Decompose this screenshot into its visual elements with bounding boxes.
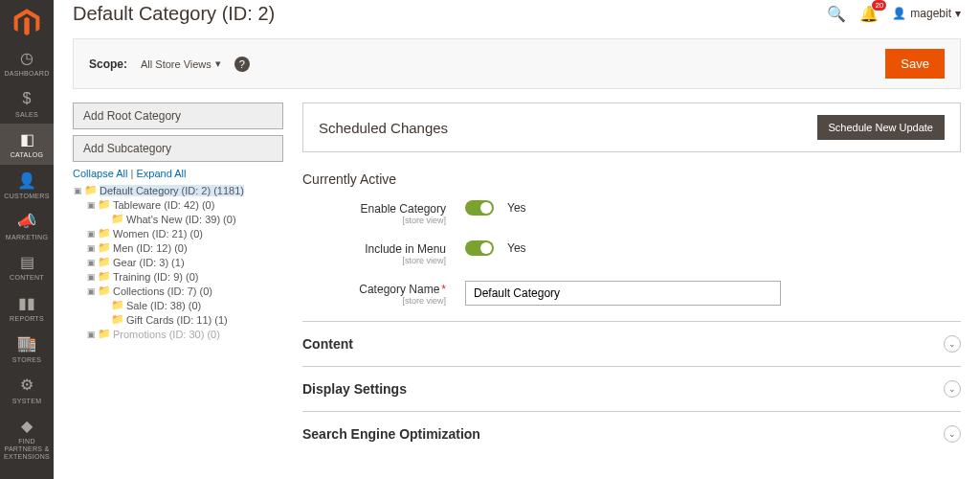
toggle-icon[interactable]: ▣: [73, 186, 82, 195]
toggle-value: Yes: [507, 201, 526, 215]
panel-title: Scheduled Changes: [319, 120, 448, 136]
tree-node[interactable]: ▣📁Tableware (ID: 42) (0): [86, 197, 283, 212]
enable-category-toggle[interactable]: [465, 200, 494, 216]
category-name-input[interactable]: [465, 281, 781, 306]
nav-sales[interactable]: $SALES: [0, 83, 54, 125]
chevron-down-icon: ⌄: [944, 380, 961, 398]
chevron-down-icon: ▾: [955, 7, 961, 20]
field-hint: [store view]: [302, 216, 446, 225]
admin-sidebar: ◷DASHBOARD $SALES ◧CATALOG 👤CUSTOMERS 📣M…: [0, 0, 54, 479]
expand-all-link[interactable]: Expand All: [136, 168, 186, 179]
content-columns: Add Root Category Add Subcategory Collap…: [73, 103, 961, 456]
system-icon: ⚙: [17, 376, 36, 395]
marketing-icon: 📣: [17, 212, 36, 231]
sales-icon: $: [17, 89, 36, 108]
catalog-icon: ◧: [17, 129, 36, 148]
chevron-down-icon: ⌄: [944, 335, 961, 353]
nav-system[interactable]: ⚙SYSTEM: [0, 370, 54, 411]
folder-icon: 📁: [111, 213, 124, 225]
folder-icon: 📁: [111, 299, 124, 311]
page-header: Default Category (ID: 2) 🔍 🔔20 👤 magebit…: [73, 0, 961, 27]
chevron-down-icon: ⌄: [944, 425, 961, 443]
toggle-icon[interactable]: ▣: [86, 243, 96, 253]
tree-node[interactable]: ▣📁Men (ID: 12) (0): [86, 240, 283, 255]
field-label: Category Name*: [302, 283, 446, 296]
partners-icon: ◆: [17, 416, 36, 435]
toggle-icon[interactable]: ▣: [86, 286, 96, 296]
nav-partners[interactable]: ◆FIND PARTNERS & EXTENSIONS: [0, 410, 54, 466]
notifications-icon[interactable]: 🔔20: [859, 5, 879, 23]
main-content: Default Category (ID: 2) 🔍 🔔20 👤 magebit…: [54, 0, 980, 479]
schedule-new-update-button[interactable]: Schedule New Update: [817, 115, 945, 140]
dashboard-icon: ◷: [17, 48, 36, 67]
reports-icon: ▮▮: [17, 293, 36, 312]
include-in-menu-row: Include in Menu [store view] Yes: [302, 240, 961, 265]
folder-icon: 📁: [98, 270, 111, 283]
tree-node[interactable]: ▣📁Collections (ID: 7) (0): [86, 284, 283, 298]
scope-selector[interactable]: All Store Views ▾: [141, 57, 221, 70]
magento-logo-icon: [11, 8, 42, 38]
stores-icon: 🏬: [17, 334, 36, 354]
nav-marketing[interactable]: 📣MARKETING: [0, 206, 54, 247]
nav-reports[interactable]: ▮▮REPORTS: [0, 287, 54, 329]
scope-label: Scope:: [89, 57, 127, 71]
form-column: Scheduled Changes Schedule New Update Cu…: [302, 103, 961, 456]
category-tree-column: Add Root Category Add Subcategory Collap…: [73, 103, 283, 456]
scope-bar: Scope: All Store Views ▾ ? Save: [73, 38, 961, 89]
content-icon: ▤: [17, 252, 36, 271]
nav-dashboard[interactable]: ◷DASHBOARD: [0, 42, 54, 83]
tree-node[interactable]: 📁Sale (ID: 38) (0): [100, 298, 283, 312]
customers-icon: 👤: [17, 171, 36, 190]
toggle-icon[interactable]: ▣: [86, 330, 96, 339]
tree-node-root[interactable]: ▣📁Default Category (ID: 2) (1181): [73, 183, 283, 197]
fieldset-content[interactable]: Content ⌄: [302, 321, 961, 366]
scheduled-changes-panel: Scheduled Changes Schedule New Update: [302, 103, 961, 152]
tree-node[interactable]: 📁What's New (ID: 39) (0): [100, 212, 283, 226]
tree-node[interactable]: 📁Gift Cards (ID: 11) (1): [100, 312, 283, 327]
username: magebit: [910, 7, 951, 20]
tree-node[interactable]: ▣📁Training (ID: 9) (0): [86, 269, 283, 284]
folder-icon: 📁: [111, 313, 124, 326]
folder-icon: 📁: [98, 198, 111, 211]
tree-controls: Collapse All | Expand All: [73, 168, 283, 179]
folder-icon: 📁: [98, 241, 111, 254]
nav-stores[interactable]: 🏬STORES: [0, 329, 54, 370]
required-marker: *: [441, 283, 446, 296]
nav-customers[interactable]: 👤CUSTOMERS: [0, 165, 54, 206]
tree-node[interactable]: ▣📁Promotions (ID: 30) (0): [86, 327, 283, 341]
fieldset-seo[interactable]: Search Engine Optimization ⌄: [302, 411, 961, 456]
toggle-icon[interactable]: ▣: [86, 258, 96, 267]
search-icon[interactable]: 🔍: [827, 5, 846, 23]
include-in-menu-toggle[interactable]: [465, 240, 494, 256]
folder-icon: 📁: [84, 184, 98, 196]
page-title: Default Category (ID: 2): [73, 3, 275, 25]
section-title: Currently Active: [302, 171, 961, 187]
field-hint: [store view]: [302, 256, 446, 265]
tree-node[interactable]: ▣📁Gear (ID: 3) (1): [86, 255, 283, 269]
nav-catalog[interactable]: ◧CATALOG: [0, 124, 54, 165]
folder-icon: 📁: [98, 285, 111, 297]
field-label: Include in Menu: [302, 242, 446, 256]
folder-icon: 📁: [98, 328, 111, 340]
add-subcategory-button[interactable]: Add Subcategory: [73, 135, 283, 162]
field-label: Enable Category: [302, 202, 446, 216]
category-name-row: Category Name* [store view]: [302, 281, 961, 306]
collapse-all-link[interactable]: Collapse All: [73, 168, 127, 179]
folder-icon: 📁: [98, 227, 111, 240]
save-button[interactable]: Save: [885, 49, 945, 79]
user-icon: 👤: [892, 7, 906, 20]
toggle-icon[interactable]: ▣: [86, 272, 96, 282]
help-icon[interactable]: ?: [234, 57, 250, 72]
tree-node[interactable]: ▣📁Women (ID: 21) (0): [86, 226, 283, 240]
enable-category-row: Enable Category [store view] Yes: [302, 200, 961, 225]
toggle-icon[interactable]: ▣: [86, 200, 96, 210]
toggle-icon[interactable]: ▣: [86, 229, 96, 239]
header-actions: 🔍 🔔20 👤 magebit ▾: [827, 5, 961, 23]
user-menu[interactable]: 👤 magebit ▾: [892, 7, 961, 20]
notification-badge: 20: [872, 0, 886, 11]
add-root-category-button[interactable]: Add Root Category: [73, 103, 283, 129]
field-hint: [store view]: [302, 296, 446, 306]
nav-content[interactable]: ▤CONTENT: [0, 246, 54, 287]
chevron-down-icon: ▾: [215, 57, 221, 70]
fieldset-display-settings[interactable]: Display Settings ⌄: [302, 366, 961, 411]
